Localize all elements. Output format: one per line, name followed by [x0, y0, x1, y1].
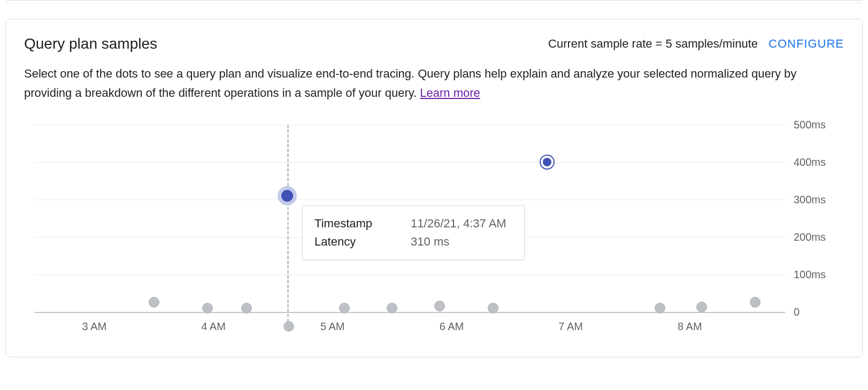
description-text: Select one of the dots to see a query pl…: [24, 67, 796, 100]
sample-dot[interactable]: [339, 303, 350, 313]
y-tick-label: 200ms: [794, 231, 826, 243]
previous-card-edge: [5, 0, 863, 3]
card-title: Query plan samples: [24, 35, 157, 52]
x-tick-label: 6 AM: [440, 320, 464, 333]
x-axis: 3 AM4 AM5 AM6 AM7 AM8 AM: [35, 317, 785, 339]
sample-dot[interactable]: [241, 303, 252, 313]
baseline: [35, 312, 785, 313]
sample-dot[interactable]: [434, 301, 445, 311]
tooltip-latency-value: 310 ms: [411, 235, 449, 249]
x-tick-label: 5 AM: [320, 320, 345, 333]
x-tick-label: 7 AM: [558, 320, 583, 333]
sample-dot[interactable]: [750, 297, 761, 308]
sample-dot[interactable]: [488, 303, 498, 313]
tooltip-timestamp-value: 11/26/21, 4:37 AM: [411, 217, 506, 231]
gridline: [35, 162, 785, 163]
sample-dot[interactable]: [202, 303, 213, 313]
crosshair: [287, 125, 289, 327]
query-plan-samples-card: Query plan samples Current sample rate =…: [5, 19, 863, 357]
x-tick-label: 8 AM: [678, 320, 702, 333]
y-tick-label: 400ms: [794, 156, 826, 168]
card-description: Select one of the dots to see a query pl…: [24, 64, 800, 103]
gridline: [35, 200, 785, 200]
chart-tooltip: Timestamp11/26/21, 4:37 AMLatency310 ms: [302, 205, 525, 260]
x-tick-label: 4 AM: [201, 320, 226, 333]
plot-area[interactable]: 0100ms200ms300ms400ms500msTimestamp11/26…: [35, 125, 785, 312]
sample-dot[interactable]: [696, 302, 707, 312]
gridline: [35, 274, 785, 275]
tooltip-timestamp-label: Timestamp: [314, 217, 395, 231]
y-tick-label: 100ms: [794, 268, 826, 280]
tooltip-latency-label: Latency: [314, 235, 395, 249]
sample-dot[interactable]: [543, 158, 551, 166]
configure-button[interactable]: CONFIGURE: [769, 37, 844, 51]
gridline: [35, 125, 785, 125]
x-tick-label: 3 AM: [82, 320, 107, 333]
sample-dot[interactable]: [655, 303, 665, 313]
card-header: Query plan samples Current sample rate =…: [24, 35, 844, 52]
y-tick-label: 300ms: [794, 193, 826, 205]
y-tick-label: 0: [794, 305, 800, 318]
sample-dot[interactable]: [278, 186, 297, 205]
sample-dot[interactable]: [387, 303, 397, 313]
sample-dot[interactable]: [149, 297, 159, 308]
y-tick-label: 500ms: [794, 118, 826, 131]
sample-rate-text: Current sample rate = 5 samples/minute: [548, 37, 758, 51]
learn-more-link[interactable]: Learn more: [420, 86, 480, 100]
latency-scatter-chart: 0100ms200ms300ms400ms500msTimestamp11/26…: [24, 125, 844, 339]
